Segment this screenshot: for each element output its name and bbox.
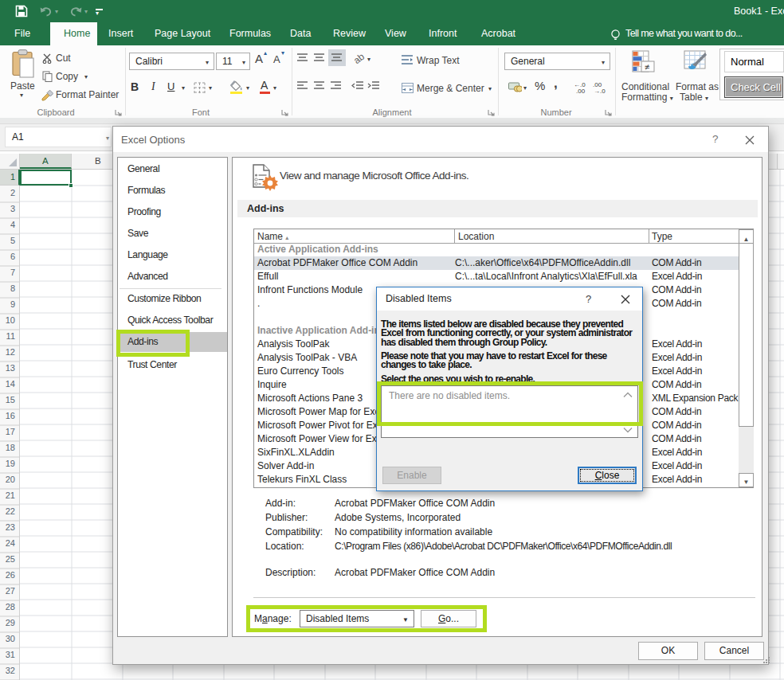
svg-text:.00: .00 — [576, 88, 586, 94]
svg-text:→.0: →.0 — [594, 88, 606, 94]
svg-text:ab: ab — [353, 52, 366, 64]
svg-text:≠: ≠ — [645, 62, 649, 72]
